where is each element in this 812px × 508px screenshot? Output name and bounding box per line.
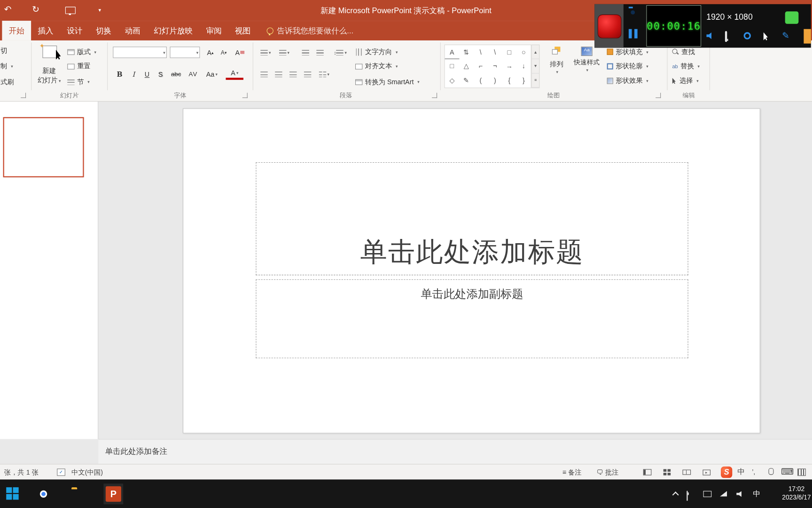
tab-design[interactable]: 设计: [60, 21, 89, 40]
line-spacing-button[interactable]: ↕▾: [331, 46, 349, 59]
drawing-dialog-launcher-icon[interactable]: [656, 93, 661, 98]
display-tray-icon[interactable]: [703, 491, 712, 497]
shape-ellipse-icon[interactable]: ○: [516, 45, 531, 59]
shape-rect2-icon[interactable]: □: [445, 59, 459, 73]
start-button[interactable]: [6, 487, 18, 500]
reset-button[interactable]: 重置: [67, 60, 91, 72]
strikethrough-button[interactable]: abc: [168, 67, 184, 81]
bold-button[interactable]: B: [113, 67, 126, 81]
clipboard-dialog-launcher-icon[interactable]: [21, 93, 26, 98]
recorder-orange-button[interactable]: [804, 29, 811, 44]
tab-animations[interactable]: 动画: [118, 21, 147, 40]
shape-line-icon[interactable]: \: [474, 45, 488, 59]
shapes-gallery-scrollbar[interactable]: ▲ ▼ ≡: [531, 45, 540, 88]
reading-view-button[interactable]: [680, 467, 693, 477]
shape-brace-right-icon[interactable]: }: [516, 73, 531, 87]
increase-indent-button[interactable]: [314, 46, 326, 59]
select-button[interactable]: 选择▾: [672, 75, 698, 87]
columns-button[interactable]: ▾: [317, 67, 331, 81]
shape-outline-button[interactable]: 形状轮廓▾: [607, 60, 648, 72]
arrange-button[interactable]: 排列 ▾: [545, 45, 569, 75]
ime-mic-icon[interactable]: [768, 468, 773, 475]
shape-line2-icon[interactable]: \: [488, 45, 502, 59]
normal-view-button[interactable]: [641, 467, 653, 477]
shape-freeform-icon[interactable]: ✎: [459, 73, 473, 87]
format-painter-button[interactable]: 格式刷: [0, 76, 14, 88]
character-spacing-button[interactable]: AV: [186, 67, 201, 81]
tab-review[interactable]: 审阅: [199, 21, 228, 40]
decrease-indent-button[interactable]: [299, 46, 312, 59]
font-name-combobox[interactable]: ▾: [113, 47, 167, 58]
align-center-button[interactable]: [273, 67, 285, 81]
taskbar-ime-indicator[interactable]: 中: [753, 489, 760, 499]
shape-arrow-down-icon[interactable]: ↓: [516, 59, 531, 73]
font-color-button[interactable]: A▾: [226, 67, 243, 79]
recorder-webcam-icon[interactable]: [744, 32, 751, 39]
copy-button[interactable]: 复制▾: [0, 60, 13, 72]
ime-keyboard-icon[interactable]: ⌨: [781, 467, 794, 477]
gallery-scroll-up-icon[interactable]: ▲: [532, 45, 539, 59]
font-size-combobox[interactable]: ▾: [170, 47, 200, 58]
gallery-scroll-down-icon[interactable]: ▼: [532, 59, 539, 73]
justify-button[interactable]: [301, 67, 313, 81]
shape-brace-left-icon[interactable]: {: [502, 73, 516, 87]
shape-arc-icon[interactable]: (: [474, 73, 488, 87]
title-placeholder[interactable]: 单击此处添加标题: [256, 162, 688, 275]
spell-check-icon[interactable]: ✓: [57, 468, 65, 476]
align-left-button[interactable]: [258, 67, 270, 81]
shape-textbox-icon[interactable]: A: [445, 45, 459, 59]
shape-rectangle-icon[interactable]: □: [502, 45, 516, 59]
shrink-font-button[interactable]: A▾: [218, 46, 230, 59]
bullets-button[interactable]: ▾: [258, 46, 273, 59]
recorder-green-button[interactable]: [785, 11, 799, 24]
record-button[interactable]: [598, 15, 622, 39]
shape-effects-button[interactable]: 形状效果▾: [607, 75, 648, 87]
shape-arc2-icon[interactable]: ): [488, 73, 502, 87]
tray-chevron-up-icon[interactable]: [672, 492, 679, 498]
notes-toggle-button[interactable]: ≡ 备注: [562, 468, 582, 477]
font-dialog-launcher-icon[interactable]: [242, 93, 248, 98]
shape-diamond-icon[interactable]: ◇: [445, 73, 459, 87]
convert-smartart-button[interactable]: 转换为 SmartArt▾: [355, 76, 420, 88]
section-button[interactable]: 节▾: [67, 76, 89, 88]
taskbar-clock[interactable]: 17:02 2023/6/17: [776, 484, 812, 502]
ime-punctuation-badge[interactable]: ’,: [752, 468, 755, 476]
slide[interactable]: 单击此处添加标题 单击此处添加副标题: [183, 108, 760, 433]
battery-icon[interactable]: [687, 491, 687, 501]
paragraph-dialog-launcher-icon[interactable]: [432, 93, 437, 98]
tab-insert[interactable]: 插入: [31, 21, 60, 40]
volume-icon[interactable]: [736, 491, 743, 497]
pause-button[interactable]: [629, 29, 638, 39]
new-slide-button[interactable]: ✦ 新建 幻灯片▾: [33, 42, 65, 90]
shape-elbow-icon[interactable]: ⌐: [474, 59, 488, 73]
ime-toolbox-icon[interactable]: [797, 468, 806, 476]
powerpoint-taskbar-button[interactable]: P: [103, 484, 123, 504]
quick-styles-button[interactable]: Aa 快速样式 ▾: [572, 45, 602, 73]
clear-formatting-button[interactable]: A: [233, 46, 247, 59]
comments-toggle-button[interactable]: 🗨 批注: [597, 468, 619, 477]
ime-mode-badge[interactable]: 中: [737, 468, 744, 477]
slide-sorter-view-button[interactable]: [661, 467, 673, 477]
tab-transitions[interactable]: 切换: [89, 21, 118, 40]
align-text-button[interactable]: 对齐文本▾: [355, 60, 398, 72]
numbering-button[interactable]: ▾: [276, 46, 292, 59]
shape-vertical-textbox-icon[interactable]: ⇅: [459, 45, 473, 59]
underline-button[interactable]: U: [141, 67, 153, 81]
slide-thumbnail-1[interactable]: [3, 117, 84, 177]
replace-button[interactable]: ab替换▾: [672, 60, 700, 72]
shape-triangle-icon[interactable]: △: [459, 59, 473, 73]
tab-view[interactable]: 视图: [228, 21, 258, 40]
text-shadow-button[interactable]: S: [154, 67, 166, 81]
change-case-button[interactable]: Aa▾: [203, 67, 220, 81]
subtitle-placeholder[interactable]: 单击此处添加副标题: [256, 279, 688, 358]
text-direction-button[interactable]: 文字方向▾: [355, 46, 398, 58]
gallery-more-icon[interactable]: ≡: [532, 73, 539, 87]
slideshow-view-button[interactable]: ▸: [700, 467, 712, 477]
recorder-speaker-icon[interactable]: [706, 32, 713, 39]
tab-home[interactable]: 开始: [2, 21, 31, 40]
language-indicator[interactable]: 中文(中国): [71, 468, 103, 477]
italic-button[interactable]: I: [127, 67, 140, 81]
network-signal-icon[interactable]: [720, 491, 727, 497]
recorder-pen-icon[interactable]: ✎: [782, 30, 789, 41]
recorder-mic-icon[interactable]: [725, 31, 727, 42]
